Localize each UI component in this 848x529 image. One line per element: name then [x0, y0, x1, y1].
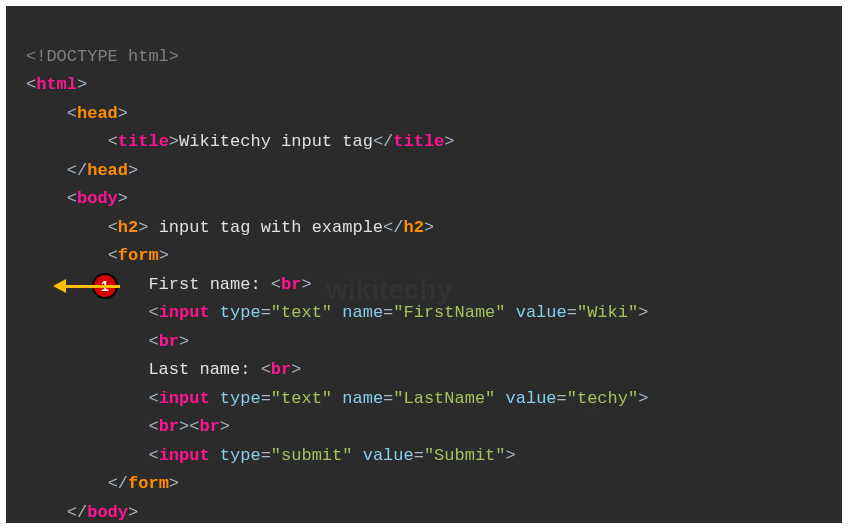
type-attr-3: type	[220, 446, 261, 465]
submit-type-value: "submit"	[271, 446, 353, 465]
text-value-2: "text"	[271, 389, 332, 408]
callout-annotation: 1	[92, 273, 120, 299]
h2-close-tag: h2	[403, 218, 423, 237]
name-attr-2: name	[342, 389, 383, 408]
lastname-value: "LastName"	[393, 389, 495, 408]
title-close-tag: title	[393, 132, 444, 151]
input-tag-3: input	[159, 446, 210, 465]
submit-value: "Submit"	[424, 446, 506, 465]
title-text: Wikitechy input tag	[179, 132, 373, 151]
input-tag-1: input	[159, 303, 210, 322]
h2-text: input tag with example	[148, 218, 383, 237]
wiki-value: "Wiki"	[577, 303, 638, 322]
code-editor: <!DOCTYPE html> <html> <head> <title>Wik…	[6, 6, 842, 523]
last-name-label: Last name:	[148, 360, 260, 379]
title-open-tag: title	[118, 132, 169, 151]
techy-value: "techy"	[567, 389, 638, 408]
form-close-tag: form	[128, 474, 169, 493]
first-name-label: First name:	[148, 275, 270, 294]
type-attr: type	[220, 303, 261, 322]
br-tag-3: br	[271, 360, 291, 379]
watermark: wikitechy	[326, 276, 452, 305]
head-close-tag: head	[87, 161, 128, 180]
form-open-tag: form	[118, 246, 159, 265]
body-close-tag: body	[87, 503, 128, 522]
doctype-line: <!DOCTYPE html>	[26, 47, 179, 66]
br-tag: br	[281, 275, 301, 294]
br-tag-2: br	[159, 332, 179, 351]
value-attr: value	[516, 303, 567, 322]
name-attr: name	[342, 303, 383, 322]
body-open-tag: body	[77, 189, 118, 208]
head-open-tag: head	[77, 104, 118, 123]
h2-open-tag: h2	[118, 218, 138, 237]
br-tag-4: br	[159, 417, 179, 436]
br-tag-5: br	[199, 417, 219, 436]
value-attr-2: value	[506, 389, 557, 408]
value-attr-3: value	[363, 446, 414, 465]
text-value: "text"	[271, 303, 332, 322]
html-open-tag: html	[36, 75, 77, 94]
type-attr-2: type	[220, 389, 261, 408]
input-tag-2: input	[159, 389, 210, 408]
firstname-value: "FirstName"	[393, 303, 505, 322]
